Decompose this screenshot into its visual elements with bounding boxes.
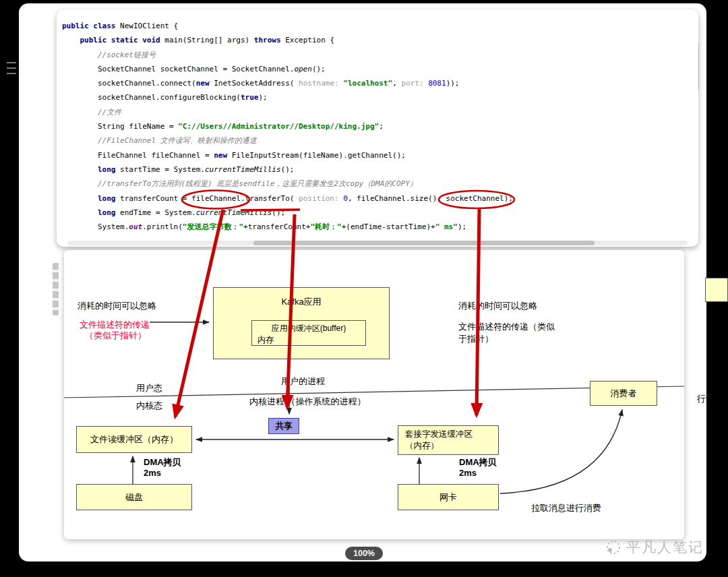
- screenshot-stage: public class NewIOClient { public static…: [0, 0, 728, 577]
- code-line: String fileName = "C://Users//Administra…: [62, 119, 513, 133]
- shared-memory-box: 共享: [268, 418, 299, 434]
- app-buffer-box: 应用的缓冲区(buffer) 内存: [251, 320, 366, 346]
- scrollbar-thumb[interactable]: [253, 241, 595, 245]
- socket-buffer-label-line2: （内存）: [405, 440, 498, 452]
- disk-box: 磁盘: [76, 484, 192, 510]
- user-process-label: 用户的进程: [281, 376, 325, 387]
- app-buffer-memory-label: 内存: [252, 334, 365, 346]
- app-buffer-label: 应用的缓冲区(buffer): [252, 323, 365, 334]
- code-line: long endTime = System.currentTimeMillis(…: [62, 206, 513, 220]
- user-mode-label: 用户态: [136, 383, 162, 394]
- watermark-text: 平凡人笔记: [626, 538, 704, 557]
- code-line: socketChannel.configureBlocking(true);: [62, 90, 513, 104]
- pull-consume-label: 拉取消息进行消费: [531, 503, 601, 514]
- left-bezel-marks: [7, 62, 18, 78]
- code-line: socketChannel.connect(new InetSocketAddr…: [62, 76, 513, 90]
- code-block: public class NewIOClient { public static…: [62, 19, 513, 234]
- kafka-app-box: Kafka应用 应用的缓冲区(buffer) 内存: [213, 287, 390, 359]
- window-edge-artifact: [53, 263, 59, 315]
- code-line: SocketChannel socketChannel = SocketChan…: [62, 62, 513, 76]
- code-line: FileChannel fileChannel = new FileInputS…: [62, 148, 513, 162]
- code-line: //FileChannel 文件读写、映射和操作的通道: [62, 133, 513, 148]
- clipped-right-text: 行消费: [697, 394, 723, 404]
- code-line: public class NewIOClient {: [62, 19, 513, 33]
- code-line: //文件: [62, 105, 513, 119]
- code-line: //transferTo方法用到(线程里) 底层是sendfile，这里只需要发…: [62, 177, 513, 191]
- consumer-box: 消费者: [590, 381, 657, 406]
- left-fd-pass-label: 文件描述符的传递 （类似于指针）: [80, 320, 150, 341]
- kernel-process-label: 内核进程 （操作系统的进程）: [249, 396, 366, 407]
- dma-copy-right-label: DMA拷贝 2ms: [459, 457, 497, 479]
- code-line: long transferCount = fileChannel.transfe…: [62, 191, 513, 206]
- network-card-box: 网卡: [398, 484, 499, 510]
- socket-send-buffer-box: 套接字发送缓冲区 （内存）: [398, 425, 499, 455]
- clipped-yellow-box: [705, 278, 728, 302]
- code-line: System.out.println("发送总字节数："+transferCou…: [62, 220, 513, 234]
- watermark: 平凡人笔记: [605, 538, 704, 557]
- socket-buffer-label-line1: 套接字发送缓冲区: [405, 429, 498, 440]
- right-time-ignore-label: 消耗的时间可以忽略: [458, 301, 537, 311]
- code-line: long startTime = System.currentTimeMilli…: [62, 162, 513, 177]
- left-time-ignore-label: 消耗的时间可以忽略: [78, 301, 156, 311]
- kafka-app-title: Kafka应用: [214, 296, 389, 308]
- code-horizontal-scrollbar[interactable]: [67, 241, 688, 245]
- dma-copy-left-label: DMA拷贝 2ms: [144, 457, 181, 479]
- kernel-mode-label: 内核态: [136, 400, 162, 411]
- zoom-level-badge[interactable]: 100%: [345, 547, 383, 560]
- file-read-buffer-box: 文件读缓冲区（内存）: [76, 426, 192, 453]
- code-line: //socket链接号: [62, 48, 513, 62]
- right-fd-pass-label: 文件描述符的传递（类似 于指针）: [458, 321, 555, 345]
- watermark-logo-icon: [605, 539, 622, 556]
- code-line: public static void main(String[] args) t…: [62, 33, 513, 47]
